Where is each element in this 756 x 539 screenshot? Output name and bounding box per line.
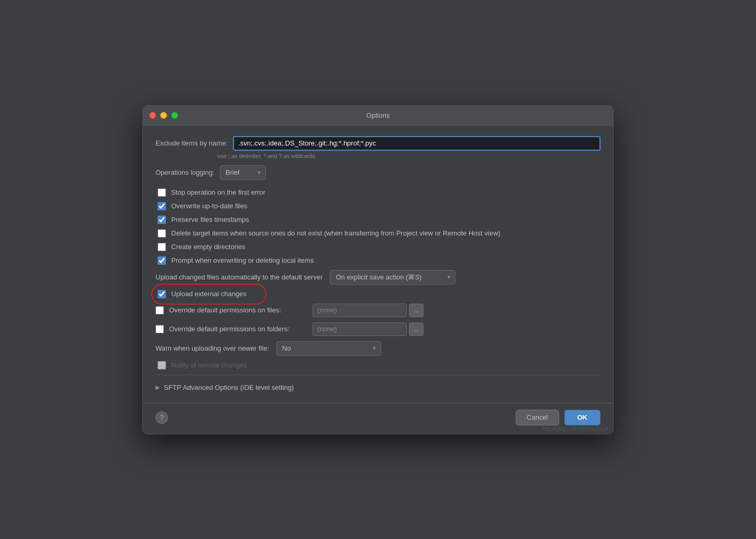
- exclude-items-hint: use ; as delimiter, * and ? as wildcards: [217, 153, 601, 159]
- exclude-items-input[interactable]: [233, 136, 601, 151]
- divider: [155, 375, 601, 375]
- operations-logging-select-wrapper: Brief None Verbose ▼: [220, 165, 266, 180]
- upload-changed-files-select-wrapper: On explicit save action (⌘S) Always Neve…: [330, 270, 455, 285]
- upload-changed-files-row: Upload changed files automatically to th…: [155, 270, 601, 285]
- preserve-timestamps-label: Preserve files timestamps: [171, 216, 249, 223]
- exclude-items-row: Exclude items by name:: [155, 136, 601, 151]
- delete-target-items-checkbox[interactable]: [158, 229, 166, 238]
- close-button[interactable]: [149, 112, 156, 119]
- notify-remote-changes-checkbox[interactable]: [158, 361, 166, 369]
- override-permissions-folders-browse[interactable]: ...: [409, 322, 424, 336]
- operations-logging-label: Operations logging:: [155, 169, 215, 176]
- override-permissions-folders-input[interactable]: [313, 322, 407, 336]
- stop-on-error-label: Stop operation on the first error: [171, 188, 265, 196]
- notify-remote-changes-row: Notify of remote changes: [155, 361, 601, 369]
- operations-logging-select[interactable]: Brief None Verbose: [220, 165, 266, 180]
- upload-changed-files-select[interactable]: On explicit save action (⌘S) Always Neve…: [330, 270, 455, 285]
- exclude-items-label: Exclude items by name:: [155, 139, 228, 147]
- overwrite-up-to-date-checkbox[interactable]: [158, 202, 166, 210]
- sftp-arrow-icon: ▶: [155, 384, 160, 391]
- operations-logging-row: Operations logging: Brief None Verbose ▼: [155, 165, 601, 180]
- warn-uploading-row: Warn when uploading over newer file: No …: [155, 341, 601, 356]
- preserve-timestamps-checkbox[interactable]: [158, 216, 166, 224]
- upload-external-changes-checkbox[interactable]: [158, 290, 166, 298]
- create-empty-dirs-checkbox[interactable]: [158, 243, 166, 251]
- ok-button[interactable]: OK: [564, 410, 601, 425]
- warn-uploading-label: Warn when uploading over newer file:: [155, 344, 269, 352]
- upload-external-changes-row: Upload external changes: [155, 290, 601, 298]
- upload-external-changes-label: Upload external changes: [171, 290, 247, 298]
- upload-changed-files-label: Upload changed files automatically to th…: [155, 273, 323, 281]
- warn-uploading-select[interactable]: No Yes: [276, 341, 381, 356]
- override-permissions-files-input[interactable]: [313, 304, 407, 317]
- override-permissions-files-row: Override default permissions on files: .…: [155, 304, 601, 317]
- override-permissions-files-controls: ...: [313, 304, 424, 317]
- dialog-content: Exclude items by name: use ; as delimite…: [143, 126, 613, 403]
- override-permissions-folders-controls: ...: [313, 322, 424, 336]
- cancel-button[interactable]: Cancel: [516, 410, 559, 425]
- dialog-title: Options: [366, 111, 390, 119]
- notify-remote-changes-label: Notify of remote changes: [171, 361, 247, 369]
- prompt-overwriting-checkbox[interactable]: [158, 256, 166, 265]
- watermark: http://blog.csdn.net/fationyyk: [542, 426, 609, 432]
- delete-target-items-label: Delete target items when source ones do …: [171, 229, 501, 237]
- override-permissions-files-label-wrapper: Override default permissions on files:: [155, 306, 313, 315]
- warn-uploading-select-wrapper: No Yes ▼: [276, 341, 381, 356]
- overwrite-up-to-date-label: Overwrite up-to-date files: [171, 202, 247, 210]
- override-permissions-folders-label: Override default permissions on folders:: [169, 325, 290, 333]
- override-permissions-folders-label-wrapper: Override default permissions on folders:: [155, 325, 313, 333]
- prompt-overwriting-row: Prompt when overwriting or deleting loca…: [155, 256, 601, 265]
- delete-target-items-row: Delete target items when source ones do …: [155, 229, 601, 238]
- override-permissions-files-checkbox[interactable]: [155, 306, 164, 315]
- override-permissions-folders-checkbox[interactable]: [155, 325, 164, 333]
- create-empty-dirs-row: Create empty directories: [155, 243, 601, 251]
- footer-buttons: Cancel OK: [516, 410, 601, 425]
- override-permissions-folders-row: Override default permissions on folders:…: [155, 322, 601, 336]
- maximize-button[interactable]: [171, 112, 178, 119]
- help-button[interactable]: ?: [155, 411, 168, 424]
- override-permissions-files-browse[interactable]: ...: [409, 304, 424, 317]
- options-dialog: Options Exclude items by name: use ; as …: [142, 105, 614, 434]
- stop-on-error-row: Stop operation on the first error: [155, 188, 601, 197]
- create-empty-dirs-label: Create empty directories: [171, 243, 246, 251]
- minimize-button[interactable]: [160, 112, 167, 119]
- overwrite-up-to-date-row: Overwrite up-to-date files: [155, 202, 601, 210]
- stop-on-error-checkbox[interactable]: [158, 188, 166, 197]
- sftp-section[interactable]: ▶ SFTP Advanced Options (IDE level setti…: [155, 380, 601, 395]
- preserve-timestamps-row: Preserve files timestamps: [155, 216, 601, 224]
- override-permissions-files-label: Override default permissions on files:: [169, 306, 281, 314]
- title-bar: Options: [143, 106, 613, 126]
- sftp-label: SFTP Advanced Options (IDE level setting…: [164, 384, 294, 391]
- prompt-overwriting-label: Prompt when overwriting or deleting loca…: [171, 256, 314, 264]
- window-controls: [149, 112, 178, 119]
